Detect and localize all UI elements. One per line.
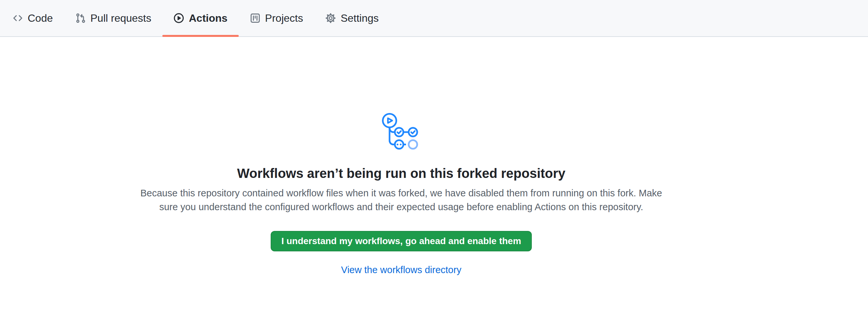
tab-code-label: Code: [28, 12, 53, 24]
empty-state-description: Because this repository contained workfl…: [131, 186, 672, 214]
git-pull-request-icon: [75, 13, 86, 23]
repo-tab-bar: Code Pull requests Actions Projects: [0, 0, 868, 37]
actions-empty-state: Workflows aren’t being run on this forke…: [0, 37, 803, 275]
play-circle-icon: [174, 13, 184, 23]
workflow-graph-icon: [380, 111, 423, 151]
tab-settings[interactable]: Settings: [314, 0, 390, 36]
tab-projects-label: Projects: [265, 12, 303, 24]
empty-state-title: Workflows aren’t being run on this forke…: [0, 165, 803, 182]
tab-actions-label: Actions: [189, 12, 227, 24]
project-board-icon: [250, 13, 260, 23]
tab-projects[interactable]: Projects: [239, 0, 314, 36]
tab-pull-requests[interactable]: Pull requests: [64, 0, 163, 36]
workflows-directory-link[interactable]: View the workflows directory: [341, 265, 461, 275]
tab-code[interactable]: Code: [1, 0, 64, 36]
gear-icon: [326, 13, 336, 23]
tab-pull-requests-label: Pull requests: [91, 12, 152, 24]
code-icon: [12, 13, 23, 23]
tab-actions[interactable]: Actions: [162, 0, 239, 36]
tab-settings-label: Settings: [340, 12, 379, 24]
enable-workflows-button[interactable]: I understand my workflows, go ahead and …: [271, 231, 531, 251]
